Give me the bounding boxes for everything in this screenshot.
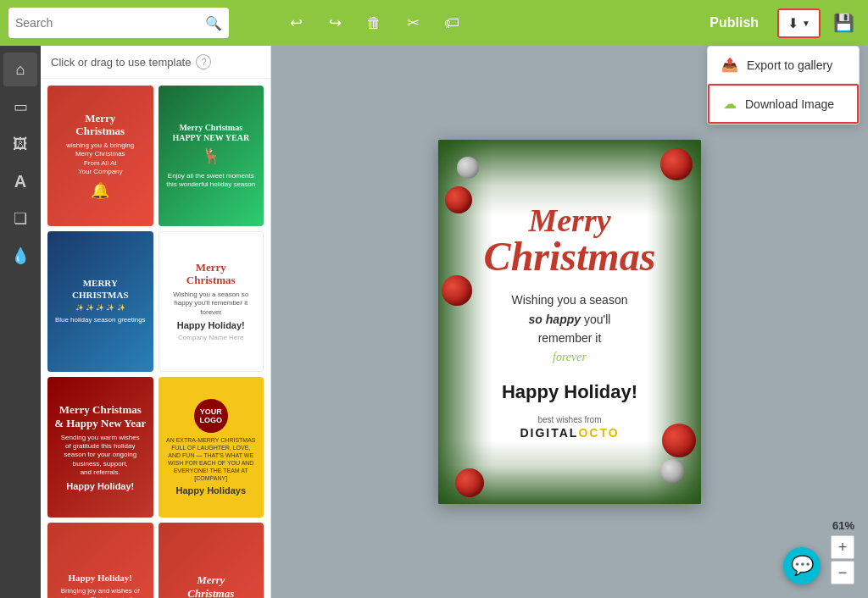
template-card[interactable]: YOUR LOGO AN EXTRA-MERRY CHRISTMAS FULL … [159,377,264,518]
export-gallery-item[interactable]: 📤 Export to gallery [708,47,859,84]
sidebar-item-home[interactable]: ⌂ [3,53,37,86]
card-brand: DIGITALOCTO [520,426,619,440]
search-input[interactable] [15,16,205,30]
redo-icon: ↪ [329,14,342,32]
christmas-card: Merry Christmas Wishing you a season so … [438,140,701,504]
delete-button[interactable]: 🗑 [358,7,390,39]
template-card[interactable]: Merry ChristmasHAPPY NEW YEAR 🦌 Enjoy al… [159,86,264,226]
sidebar-item-layers[interactable]: ❏ [3,202,37,235]
zoom-label: 61% [832,519,854,532]
card-best-wishes: best wishes from [537,415,601,424]
download-image-label: Download Image [745,97,834,111]
crop-icon: ✂ [407,14,420,32]
template-card[interactable]: MerryChristmas Wishing you a season so h… [159,231,264,372]
template-card[interactable]: Merry Christmas& Happy New Year Sending … [47,377,153,518]
template-card[interactable]: MERRY CHRISTMAS ✨ ✨ ✨ ✨ ✨ Blue holiday s… [47,231,153,372]
export-gallery-label: Export to gallery [747,58,832,72]
main-toolbar: 🔍 ↩ ↪ 🗑 ✂ 🏷 Publish ⬇ ▼ 💾 [0,0,868,46]
template-card[interactable]: MerryChristmas wishing you & bringingMer… [47,86,153,226]
download-arrow-icon: ⬇ [787,15,798,31]
toolbar-center: ↩ ↪ 🗑 ✂ 🏷 [271,7,689,39]
download-chevron-icon: ▼ [802,19,810,28]
download-main-button[interactable]: ⬇ ▼ [779,10,819,36]
templates-grid-container[interactable]: MerryChristmas wishing you & bringingMer… [41,79,270,598]
redo-button[interactable]: ↪ [319,7,351,39]
sidebar-item-text[interactable]: A [3,164,37,198]
zoom-control: 61% + − [831,519,854,584]
templates-grid: MerryChristmas wishing you & bringingMer… [47,86,264,598]
templates-header-text: Click or drag to use template [51,56,191,69]
download-cloud-icon: ☁ [723,96,737,112]
download-image-item[interactable]: ☁ Download Image [708,84,859,124]
search-button[interactable]: 🔍 [205,15,222,31]
zoom-out-button[interactable]: − [831,561,854,584]
dropdown-menu: 📤 Export to gallery ☁ Download Image [707,46,860,125]
download-split-btn: ⬇ ▼ [777,8,821,38]
card-merry-text: Merry [528,204,610,236]
zoom-in-button[interactable]: + [831,535,854,559]
sidebar-item-image[interactable]: 🖼 [3,127,37,161]
templates-panel: Click or drag to use template ? MerryChr… [41,46,271,598]
main-area: ⌂ ▭ 🖼 A ❏ 💧 Click or drag to use templat… [0,46,868,598]
card-christmas-text: Christmas [484,236,656,277]
delete-icon: 🗑 [366,14,381,32]
card-message: Wishing you a season so happy you'll rem… [512,291,628,368]
card-happy-holiday: Happy Holiday! [502,381,637,403]
export-icon: 📤 [721,57,738,73]
undo-icon: ↩ [290,14,303,32]
toolbar-right: Publish ⬇ ▼ 💾 [689,7,868,39]
toolbar-left: 🔍 [0,8,271,38]
template-card[interactable]: Happy Holiday! Bringing joy and wishes o… [47,523,153,598]
canvas-area[interactable]: Merry Christmas Wishing you a season so … [271,46,868,598]
help-icon[interactable]: ? [196,54,211,69]
save-icon: 💾 [833,13,854,33]
search-box: 🔍 [8,8,229,38]
tag-icon: 🏷 [444,14,459,32]
tag-button[interactable]: 🏷 [436,7,468,39]
undo-button[interactable]: ↩ [280,7,312,39]
chat-button[interactable]: 💬 [783,547,821,584]
save-button[interactable]: 💾 [827,7,860,39]
sidebar-item-display[interactable]: ▭ [3,90,37,124]
zoom-buttons: + − [831,535,854,584]
templates-header: Click or drag to use template ? [41,46,270,79]
publish-button[interactable]: Publish [698,10,771,36]
card-content: Merry Christmas Wishing you a season so … [455,157,684,487]
side-icon-bar: ⌂ ▭ 🖼 A ❏ 💧 [0,46,41,598]
crop-button[interactable]: ✂ [397,7,429,39]
sidebar-item-paint[interactable]: 💧 [3,239,37,273]
template-card[interactable]: MerryChristmas Christmas greetings [159,523,264,598]
